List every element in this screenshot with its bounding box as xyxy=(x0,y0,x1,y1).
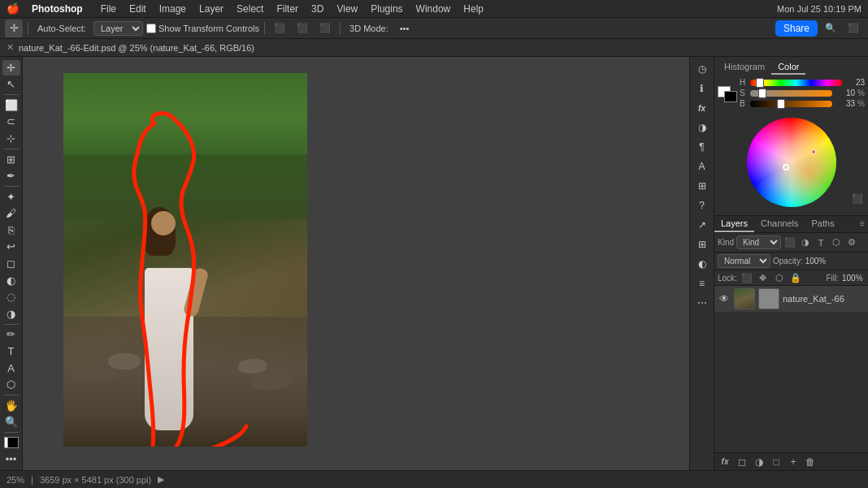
path-select-tool[interactable]: A xyxy=(2,361,20,376)
lock-all-icon[interactable]: 🔒 xyxy=(789,272,802,283)
fx-panel-icon[interactable]: fx xyxy=(693,99,711,117)
menu-item-3d[interactable]: 3D xyxy=(306,2,329,15)
add-adjustment-icon[interactable]: ◑ xyxy=(752,455,766,469)
history-brush-tool[interactable]: ↩ xyxy=(2,240,20,255)
filter-smart-icon[interactable]: ⚙ xyxy=(845,236,858,249)
pattern-icon[interactable]: ≡ xyxy=(693,274,711,292)
menu-item-photoshop[interactable]: Photoshop xyxy=(26,2,89,15)
add-mask-icon[interactable]: ◻ xyxy=(735,455,749,469)
color-wheel[interactable] xyxy=(747,118,836,207)
background-color-box[interactable] xyxy=(724,91,737,102)
layer-row[interactable]: 👁 nature_Kat_-66 xyxy=(714,286,868,313)
clone-stamp-tool[interactable]: ⎘ xyxy=(2,222,20,238)
delete-layer-icon[interactable]: 🗑 xyxy=(803,455,818,469)
gradient-tool[interactable]: ◐ xyxy=(2,273,20,288)
kind-dropdown[interactable]: Kind xyxy=(736,235,781,249)
menu-item-filter[interactable]: Filter xyxy=(271,2,304,15)
paths-tab[interactable]: Paths xyxy=(805,216,841,232)
menu-item-select[interactable]: Select xyxy=(231,2,269,15)
filter-shape-icon[interactable]: ⬡ xyxy=(830,236,843,249)
workspace-icon[interactable]: ⬛ xyxy=(844,21,863,35)
lock-artboard-icon[interactable]: ⬡ xyxy=(773,272,786,283)
lock-position-icon[interactable]: ✥ xyxy=(757,272,770,283)
show-transform-checkbox[interactable] xyxy=(146,24,156,33)
share-button[interactable]: Share xyxy=(775,20,818,37)
export-icon[interactable]: ↗ xyxy=(693,216,711,234)
fx-icon[interactable]: fx xyxy=(718,455,732,469)
menu-item-layer[interactable]: Layer xyxy=(193,2,229,15)
layer-visibility-toggle[interactable]: 👁 xyxy=(718,292,731,305)
crop-tool[interactable]: ⊞ xyxy=(2,152,20,167)
menu-item-plugins[interactable]: Plugins xyxy=(365,2,408,15)
filter-adjust-icon[interactable]: ◑ xyxy=(799,236,812,249)
menu-item-window[interactable]: Window xyxy=(410,2,457,15)
bri-thumb[interactable] xyxy=(777,99,785,109)
properties-panel-icon[interactable]: ℹ xyxy=(693,80,711,97)
move-tool[interactable]: ✛ xyxy=(2,60,20,76)
apple-icon[interactable]: 🍎 xyxy=(7,2,20,15)
status-arrow[interactable]: ▶ xyxy=(158,474,164,485)
menu-item-file[interactable]: File xyxy=(95,2,122,15)
auto-select-dropdown[interactable]: Layer Group xyxy=(93,21,143,36)
menu-item-edit[interactable]: Edit xyxy=(124,2,152,15)
fill-value[interactable]: 100% xyxy=(842,274,865,283)
shape-tool[interactable]: ⬡ xyxy=(2,377,20,392)
align-left-icon[interactable]: ⬛ xyxy=(270,21,289,35)
layers-panel-menu-icon[interactable]: ≡ xyxy=(857,216,868,232)
history-panel-icon[interactable]: ◷ xyxy=(693,60,711,78)
color-panel-settings[interactable]: ⬛ xyxy=(852,193,863,204)
menu-item-view[interactable]: View xyxy=(331,2,363,15)
fg-bg-boxes[interactable] xyxy=(718,86,737,102)
align-right-icon[interactable]: ⬛ xyxy=(315,21,335,35)
more-tools-icon[interactable]: ••• xyxy=(2,451,20,467)
eyedropper-tool[interactable]: ✒ xyxy=(2,168,20,184)
marquee-tool[interactable]: ⬜ xyxy=(2,97,20,113)
show-transform-label[interactable]: Show Transform Controls xyxy=(146,24,259,33)
color-tab[interactable]: Color xyxy=(771,60,805,75)
move-tool-icon[interactable]: ✛ xyxy=(5,19,23,37)
paragraph-panel-icon[interactable]: ¶ xyxy=(693,138,711,156)
healing-brush-tool[interactable]: ✦ xyxy=(2,189,20,205)
more-panels-icon[interactable]: ⋯ xyxy=(693,294,711,312)
quick-select-tool[interactable]: ⊹ xyxy=(2,131,20,146)
new-group-icon[interactable]: □ xyxy=(769,455,783,469)
adjustments-panel-icon[interactable]: ◑ xyxy=(693,119,711,136)
foreground-background-colors[interactable] xyxy=(2,435,20,451)
hue-thumb[interactable] xyxy=(756,78,764,88)
libraries-panel-icon[interactable]: ⊞ xyxy=(693,177,711,195)
learn-panel-icon[interactable]: ? xyxy=(693,196,711,214)
lasso-tool[interactable]: ⊂ xyxy=(2,114,20,130)
opacity-value[interactable]: 100% xyxy=(805,257,828,266)
dodge-tool[interactable]: ◑ xyxy=(2,306,20,322)
pen-tool[interactable]: ✏ xyxy=(2,327,20,343)
menu-item-image[interactable]: Image xyxy=(154,2,192,15)
filter-type-icon[interactable]: T xyxy=(814,236,827,249)
histogram-tab[interactable]: Histogram xyxy=(718,60,771,75)
new-layer-icon[interactable]: + xyxy=(786,455,801,469)
char-panel-icon[interactable]: A xyxy=(693,158,711,175)
align-center-icon[interactable]: ⬛ xyxy=(293,21,312,35)
gradient-panel-icon[interactable]: ◐ xyxy=(693,255,711,273)
eraser-tool[interactable]: ◻ xyxy=(2,256,20,271)
bri-slider[interactable] xyxy=(750,101,832,107)
channels-tab[interactable]: Channels xyxy=(754,216,805,232)
canvas-area[interactable] xyxy=(23,57,689,470)
layers-tab[interactable]: Layers xyxy=(714,216,754,232)
tab-close-button[interactable]: ✕ xyxy=(7,42,14,53)
more-options-icon[interactable]: ••• xyxy=(396,22,414,35)
blend-mode-dropdown[interactable]: Normal Multiply Screen xyxy=(718,254,770,268)
grid-icon[interactable]: ⊞ xyxy=(693,235,711,253)
hue-slider[interactable] xyxy=(750,80,842,86)
zoom-tool[interactable]: 🔍 xyxy=(2,414,20,430)
artboard-tool[interactable]: ↖ xyxy=(2,77,20,93)
color-wheel-cursor[interactable] xyxy=(783,164,789,171)
menu-item-help[interactable]: Help xyxy=(458,2,489,15)
filter-pixel-icon[interactable]: ⬛ xyxy=(783,236,796,249)
lock-pixels-icon[interactable]: ⬛ xyxy=(740,272,753,283)
hand-tool[interactable]: 🖐 xyxy=(2,398,20,413)
brush-tool[interactable]: 🖌 xyxy=(2,205,20,221)
sat-thumb[interactable] xyxy=(758,89,766,98)
blur-tool[interactable]: ◌ xyxy=(2,289,20,304)
search-icon[interactable]: 🔍 xyxy=(821,21,840,35)
sat-slider[interactable] xyxy=(750,90,832,97)
